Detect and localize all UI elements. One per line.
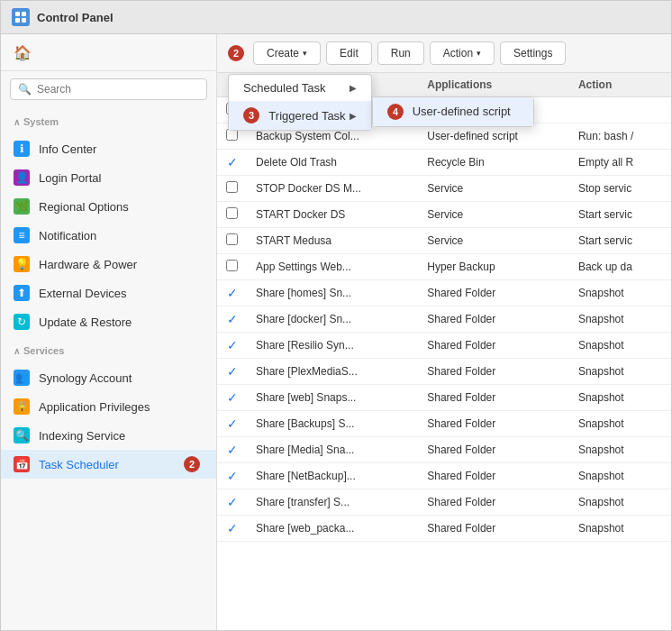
create-button[interactable]: Create ▾ bbox=[253, 41, 321, 65]
check-icon: ✓ bbox=[227, 338, 238, 352]
task-cell: STOP Docker DS M... bbox=[247, 176, 418, 202]
system-section: ∧ System bbox=[1, 107, 216, 134]
info-center-label: Info Center bbox=[39, 142, 96, 156]
app-cell: User-defined script bbox=[418, 123, 569, 150]
sidebar-item-info-center[interactable]: ℹ Info Center bbox=[1, 134, 216, 163]
action-cell: Back up da bbox=[569, 254, 671, 280]
row-checkbox[interactable]: ✓ bbox=[217, 516, 247, 542]
sidebar-item-synology-account[interactable]: 👥 Synology Account bbox=[1, 363, 216, 392]
table-row: ✓Share [PlexMediaS...Shared FolderSnapsh… bbox=[217, 359, 671, 385]
search-box[interactable]: 🔍 bbox=[10, 78, 207, 100]
titlebar: Control Panel bbox=[1, 1, 671, 34]
sidebar-item-indexing-service[interactable]: 🔍 Indexing Service bbox=[1, 421, 216, 450]
row-checkbox[interactable] bbox=[217, 123, 247, 150]
table-row: ✓Share [Resilio Syn...Shared FolderSnaps… bbox=[217, 333, 671, 359]
search-input[interactable] bbox=[37, 83, 199, 96]
app-cell: Service bbox=[418, 176, 569, 202]
settings-label: Settings bbox=[513, 47, 552, 59]
app-cell: Shared Folder bbox=[418, 463, 569, 489]
check-icon: ✓ bbox=[227, 286, 238, 300]
checkbox-input[interactable] bbox=[226, 103, 238, 114]
sidebar-item-update-restore[interactable]: ↻ Update & Restore bbox=[1, 307, 216, 336]
synology-account-label: Synology Account bbox=[39, 371, 132, 385]
sidebar-item-regional-options[interactable]: 🌿 Regional Options bbox=[1, 192, 216, 221]
step1-badge: 2 bbox=[184, 456, 200, 472]
sidebar-item-task-scheduler[interactable]: 📅 Task Scheduler 2 bbox=[1, 450, 216, 479]
row-checkbox[interactable]: ✓ bbox=[217, 489, 247, 516]
row-checkbox[interactable]: ✓ bbox=[217, 150, 247, 176]
services-collapse-icon: ∧ bbox=[14, 346, 20, 356]
checkbox-input[interactable] bbox=[226, 129, 238, 141]
row-checkbox[interactable]: ✓ bbox=[217, 385, 247, 411]
main-layout: 🏠 🔍 ∧ System ℹ Info Center 👤 Login Po bbox=[1, 34, 671, 630]
row-checkbox[interactable]: ✓ bbox=[217, 359, 247, 385]
row-checkbox[interactable] bbox=[217, 228, 247, 254]
login-portal-icon: 👤 bbox=[14, 169, 30, 186]
checkbox-input[interactable] bbox=[226, 207, 238, 219]
action-cell: Snapshot bbox=[569, 463, 671, 489]
action-cell: Snapshot bbox=[569, 333, 671, 359]
row-checkbox[interactable]: ✓ bbox=[217, 437, 247, 463]
action-cell: Start servic bbox=[569, 202, 671, 228]
action-button[interactable]: Action ▾ bbox=[430, 41, 495, 65]
checkbox-input[interactable] bbox=[226, 233, 238, 245]
task-cell: Share [web] Snaps... bbox=[247, 385, 418, 411]
action-cell: Snapshot bbox=[569, 411, 671, 437]
run-label: Run bbox=[391, 47, 411, 59]
app-cell: Shared Folder bbox=[418, 333, 569, 359]
col-action: Action bbox=[569, 73, 671, 97]
sidebar-home-button[interactable]: 🏠 bbox=[1, 34, 216, 71]
row-checkbox[interactable]: ✓ bbox=[217, 411, 247, 437]
sidebar-item-notification[interactable]: ≡ Notification bbox=[1, 221, 216, 250]
row-checkbox[interactable] bbox=[217, 176, 247, 202]
task-cell: Backup System Col... bbox=[247, 123, 418, 150]
settings-button[interactable]: Settings bbox=[500, 41, 566, 65]
task-scheduler-icon: 📅 bbox=[14, 456, 30, 472]
search-icon: 🔍 bbox=[18, 83, 32, 96]
action-cell: Snapshot bbox=[569, 489, 671, 516]
table-row: ✓Share [Backups] S...Shared FolderSnapsh… bbox=[217, 411, 671, 437]
sidebar-item-external-devices[interactable]: ⬆ External Devices bbox=[1, 279, 216, 307]
row-checkbox[interactable]: ✓ bbox=[217, 333, 247, 359]
row-checkbox[interactable] bbox=[217, 202, 247, 228]
check-icon: ✓ bbox=[227, 469, 238, 483]
sidebar-item-login-portal[interactable]: 👤 Login Portal bbox=[1, 163, 216, 192]
info-center-icon: ℹ bbox=[14, 141, 30, 157]
checkbox-input[interactable] bbox=[226, 260, 238, 271]
checkbox-input[interactable] bbox=[226, 181, 238, 193]
row-checkbox[interactable]: ✓ bbox=[217, 463, 247, 489]
run-button[interactable]: Run bbox=[377, 41, 424, 65]
regional-options-label: Regional Options bbox=[39, 200, 129, 214]
task-cell: Share [NetBackup]... bbox=[247, 463, 418, 489]
sidebar-item-application-privileges[interactable]: 🔒 Application Privileges bbox=[1, 392, 216, 421]
table-row: ✓Share [homes] Sn...Shared FolderSnapsho… bbox=[217, 280, 671, 306]
application-privileges-label: Application Privileges bbox=[39, 400, 150, 414]
task-cell: Share [Resilio Syn... bbox=[247, 333, 418, 359]
home-icon: 🏠 bbox=[14, 43, 32, 61]
edit-button[interactable]: Edit bbox=[326, 41, 372, 65]
notification-icon: ≡ bbox=[14, 227, 30, 243]
task-cell: App Settings Web... bbox=[247, 254, 418, 280]
task-cell: Share [PlexMediaS... bbox=[247, 359, 418, 385]
table-row: Backup System Col...User-defined scriptR… bbox=[217, 123, 671, 150]
notification-label: Notification bbox=[39, 229, 96, 242]
table-row: START Docker DSServiceStart servic bbox=[217, 202, 671, 228]
sidebar: 🏠 🔍 ∧ System ℹ Info Center 👤 Login Po bbox=[1, 34, 217, 630]
row-checkbox[interactable] bbox=[217, 254, 247, 280]
check-icon: ✓ bbox=[227, 364, 238, 379]
task-cell: Share [Backups] S... bbox=[247, 411, 418, 437]
indexing-service-icon: 🔍 bbox=[14, 427, 30, 444]
row-checkbox[interactable]: ✓ bbox=[217, 280, 247, 306]
row-checkbox[interactable]: ✓ bbox=[217, 306, 247, 333]
toolbar: 2 Create ▾ Edit Run Action ▾ Settings bbox=[217, 34, 671, 73]
task-cell: START Medusa bbox=[247, 228, 418, 254]
sidebar-item-hardware-power[interactable]: 💡 Hardware & Power bbox=[1, 250, 216, 279]
col-check bbox=[217, 73, 247, 97]
table-row: ✓Share [NetBackup]...Shared FolderSnapsh… bbox=[217, 463, 671, 489]
indexing-service-label: Indexing Service bbox=[39, 429, 125, 443]
row-checkbox[interactable] bbox=[217, 97, 247, 123]
task-cell: Scheduled Task bbox=[247, 97, 418, 123]
svg-rect-2 bbox=[15, 18, 20, 23]
collapse-icon: ∧ bbox=[14, 117, 20, 127]
check-icon: ✓ bbox=[227, 155, 238, 169]
